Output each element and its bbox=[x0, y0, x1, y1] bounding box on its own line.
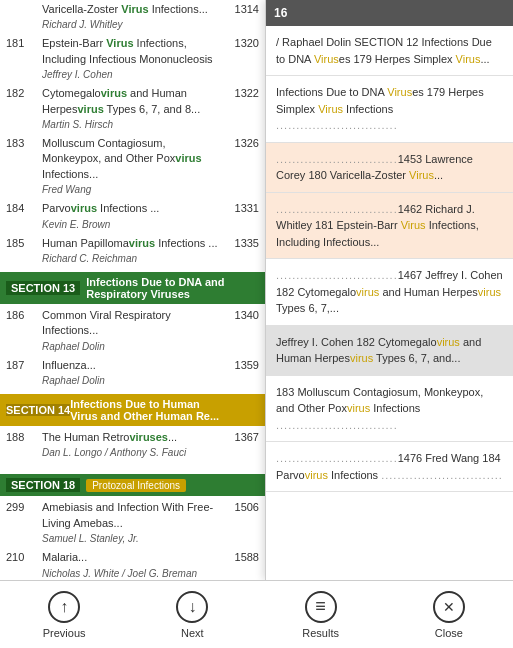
section-14-title: Infections Due to HumanVirus and Other H… bbox=[70, 398, 219, 422]
result-item[interactable]: / Raphael Dolin SECTION 12 Infections Du… bbox=[266, 26, 513, 76]
toc-num: 210 bbox=[6, 550, 42, 565]
toc-entry: 188 The Human Retroviruses... 1367 bbox=[0, 428, 265, 447]
toc-entry: 182 Cytomegalovirus and Human Herpesviru… bbox=[0, 84, 265, 119]
result-item[interactable]: Infections Due to DNA Viruses 179 Herpes… bbox=[266, 76, 513, 143]
virus-word: virus bbox=[101, 87, 127, 99]
close-icon bbox=[433, 591, 465, 623]
left-panel: Varicella-Zoster Virus Infections... 131… bbox=[0, 0, 265, 580]
result-text: Jeffrey I. Cohen 182 Cytomegalovirus and… bbox=[276, 336, 481, 365]
results-count: 16 bbox=[266, 0, 513, 26]
toc-page: 1506 bbox=[227, 500, 259, 531]
toc-num: 181 bbox=[6, 36, 42, 67]
result-item[interactable]: 183 Molluscum Contagiosum, Monkeypox, an… bbox=[266, 376, 513, 443]
toc-num: 183 bbox=[6, 136, 42, 182]
result-text: Infections Due to DNA Viruses 179 Herpes… bbox=[276, 86, 484, 131]
virus-word: virus bbox=[175, 152, 201, 164]
toc-author: Raphael Dolin bbox=[0, 341, 265, 356]
section-13-header: SECTION 13 Infections Due to DNA andResp… bbox=[0, 272, 265, 304]
section-14-header: SECTION 14 Infections Due to HumanVirus … bbox=[0, 394, 265, 426]
close-label: Close bbox=[435, 627, 463, 639]
previous-label: Previous bbox=[43, 627, 86, 639]
toc-num: 299 bbox=[6, 500, 42, 531]
next-label: Next bbox=[181, 627, 204, 639]
x-icon bbox=[443, 598, 455, 616]
toc-page: 1340 bbox=[227, 308, 259, 339]
results-button[interactable]: Results bbox=[281, 583, 361, 647]
toc-num: 187 bbox=[6, 358, 42, 373]
result-item[interactable]: ..............................1467 Jeffr… bbox=[266, 259, 513, 326]
toc-page: 1314 bbox=[227, 2, 259, 17]
toc-num: 188 bbox=[6, 430, 42, 445]
toc-title: Influenza... bbox=[42, 358, 227, 373]
previous-button[interactable]: Previous bbox=[24, 583, 104, 647]
virus-word: virus bbox=[129, 237, 155, 249]
toc-author: Nicholas J. White / Joel G. Breman bbox=[0, 568, 265, 580]
toc-title: The Human Retroviruses... bbox=[42, 430, 227, 445]
toc-page: 1320 bbox=[227, 36, 259, 67]
section-18-num: SECTION 18 bbox=[6, 478, 80, 492]
toc-entry: 185 Human Papillomavirus Infections ... … bbox=[0, 234, 265, 253]
toc-title: Cytomegalovirus and Human Herpesvirus Ty… bbox=[42, 86, 227, 117]
arrow-down-icon bbox=[188, 598, 196, 616]
toc-title: Epstein-Barr Virus Infections, Including… bbox=[42, 36, 227, 67]
toc-author: Martin S. Hirsch bbox=[0, 119, 265, 134]
next-button[interactable]: Next bbox=[152, 583, 232, 647]
next-icon bbox=[176, 591, 208, 623]
toc-page: 1331 bbox=[227, 201, 259, 216]
search-results-panel[interactable]: 16 / Raphael Dolin SECTION 12 Infections… bbox=[265, 0, 513, 580]
toc-author: Fred Wang bbox=[0, 184, 265, 199]
results-label: Results bbox=[302, 627, 339, 639]
toc-entry: Varicella-Zoster Virus Infections... 131… bbox=[0, 0, 265, 19]
arrow-up-icon bbox=[60, 598, 68, 616]
toc-author: Samuel L. Stanley, Jr. bbox=[0, 533, 265, 548]
toc-entry: 183 Molluscum Contagiosum, Monkeypox, an… bbox=[0, 134, 265, 184]
toc-entry: 187 Influenza... 1359 bbox=[0, 356, 265, 375]
toc-title: Human Papillomavirus Infections ... bbox=[42, 236, 227, 251]
result-text: ..............................1462 Richa… bbox=[276, 203, 479, 248]
toc-num: 184 bbox=[6, 201, 42, 216]
result-text: 183 Molluscum Contagiosum, Monkeypox, an… bbox=[276, 386, 483, 431]
toc-page: 1359 bbox=[227, 358, 259, 373]
virus-word: virus bbox=[77, 103, 103, 115]
toc-entry: 181 Epstein-Barr Virus Infections, Inclu… bbox=[0, 34, 265, 69]
toc-num bbox=[6, 2, 42, 17]
toc-page: 1367 bbox=[227, 430, 259, 445]
result-item-highlighted[interactable]: ..............................1462 Richa… bbox=[266, 193, 513, 260]
toc-page: 1326 bbox=[227, 136, 259, 182]
toc-title: Malaria... bbox=[42, 550, 227, 565]
toc-title: Molluscum Contagiosum, Monkeypox, and Ot… bbox=[42, 136, 227, 182]
result-item-selected[interactable]: Jeffrey I. Cohen 182 Cytomegalovirus and… bbox=[266, 326, 513, 376]
section-13-title: Infections Due to DNA andRespiratory Vir… bbox=[86, 276, 224, 300]
toc-author: Kevin E. Brown bbox=[0, 219, 265, 234]
virus-word: Virus bbox=[121, 3, 148, 15]
result-item-highlighted[interactable]: ..............................1453 Lawre… bbox=[266, 143, 513, 193]
section-18-header: SECTION 18 Protozoal Infections bbox=[0, 474, 265, 496]
toc-num: 185 bbox=[6, 236, 42, 251]
virus-word: Virus bbox=[106, 37, 133, 49]
toc-num: 186 bbox=[6, 308, 42, 339]
toc-author: Dan L. Longo / Anthony S. Fauci bbox=[0, 447, 265, 462]
section-18-badge: Protozoal Infections bbox=[86, 479, 186, 492]
toc-entry: 299 Amebiasis and Infection With Free-Li… bbox=[0, 498, 265, 533]
previous-icon bbox=[48, 591, 80, 623]
toc-entry: 186 Common Viral Respiratory Infections.… bbox=[0, 306, 265, 341]
result-text: ..............................1467 Jeffr… bbox=[276, 269, 503, 314]
toc-author: Raphael Dolin bbox=[0, 375, 265, 390]
toc-title: Common Viral Respiratory Infections... bbox=[42, 308, 227, 339]
list-icon bbox=[315, 596, 326, 617]
result-item[interactable]: ..............................1476 Fred … bbox=[266, 442, 513, 492]
toc-page: 1322 bbox=[227, 86, 259, 117]
result-text: / Raphael Dolin SECTION 12 Infections Du… bbox=[276, 36, 492, 65]
bottom-toolbar: Previous Next Results Close bbox=[0, 580, 513, 648]
toc-num: 182 bbox=[6, 86, 42, 117]
close-button[interactable]: Close bbox=[409, 583, 489, 647]
toc-entry: 184 Parvovirus Infections ... 1331 bbox=[0, 199, 265, 218]
toc-page: 1335 bbox=[227, 236, 259, 251]
main-content: Varicella-Zoster Virus Infections... 131… bbox=[0, 0, 513, 580]
toc-title: Amebiasis and Infection With Free-Living… bbox=[42, 500, 227, 531]
toc-author: Richard J. Whitley bbox=[0, 19, 265, 34]
section-14-num: SECTION 14 bbox=[6, 404, 70, 416]
virus-word: virus bbox=[71, 202, 97, 214]
toc-title: Varicella-Zoster Virus Infections... bbox=[42, 2, 227, 17]
section-13-num: SECTION 13 bbox=[6, 281, 80, 295]
